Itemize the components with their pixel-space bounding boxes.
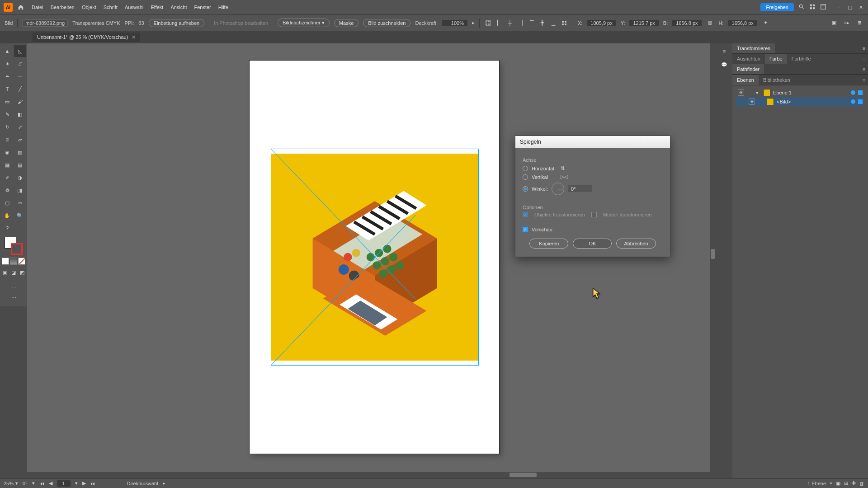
delete-layer-icon[interactable]: 🗑: [859, 481, 864, 486]
maximize-icon[interactable]: ▢: [846, 4, 854, 11]
layer-row[interactable]: 👁 <Bild>: [736, 97, 864, 106]
eyedropper-tool[interactable]: ✐: [1, 172, 13, 183]
vertical-scrollbar[interactable]: [710, 43, 716, 472]
rotation-dropdown-icon[interactable]: ▾: [32, 480, 35, 486]
copy-button[interactable]: Kopieren: [529, 239, 568, 249]
curvature-tool[interactable]: 〰: [14, 70, 26, 82]
align-top-icon[interactable]: ▔: [528, 19, 536, 27]
image-trace-button[interactable]: Bildnachzeichner ▾: [278, 19, 330, 27]
canvas-area[interactable]: [27, 43, 716, 478]
rotate-tool[interactable]: ↻: [1, 121, 13, 133]
cancel-button[interactable]: Abbrechen: [616, 239, 656, 249]
shaper-tool[interactable]: ✎: [1, 108, 13, 120]
constrain-icon[interactable]: ✦: [762, 19, 770, 27]
layer-row[interactable]: 👁 ▾ Ebene 1: [736, 88, 864, 97]
menu-help[interactable]: Hilfe: [218, 5, 228, 10]
panel-menu-icon-3[interactable]: ≡: [860, 66, 868, 72]
zoom-dropdown-icon[interactable]: ▾: [15, 480, 18, 486]
search-icon[interactable]: [798, 4, 805, 11]
menu-view[interactable]: Ansicht: [170, 5, 187, 10]
status-flyout-icon[interactable]: ▸: [163, 480, 165, 486]
perspective-tool[interactable]: ▨: [14, 146, 26, 158]
menu-object[interactable]: Objekt: [82, 5, 96, 10]
opacity-value[interactable]: 100%: [442, 20, 467, 26]
preview-checkbox[interactable]: [523, 227, 528, 232]
symbol-sprayer-tool[interactable]: ❁: [1, 184, 13, 196]
paintbrush-tool[interactable]: 🖌: [14, 96, 26, 108]
free-transform-tool[interactable]: ▱: [14, 134, 26, 145]
target-icon[interactable]: [851, 99, 855, 104]
refpoint-icon[interactable]: [484, 19, 492, 27]
arrange-docs-icon[interactable]: [809, 4, 816, 11]
magic-wand-tool[interactable]: ✶: [1, 58, 13, 70]
properties-panel-icon[interactable]: ≡: [719, 46, 729, 56]
axis-horizontal-radio[interactable]: [523, 166, 528, 171]
stroke-swatch[interactable]: [11, 243, 23, 255]
eraser-tool[interactable]: ◧: [14, 108, 26, 120]
x-value[interactable]: 1005,9 px: [587, 20, 616, 26]
mesh-tool[interactable]: ▦: [1, 159, 13, 171]
share-button[interactable]: Freigeben: [760, 3, 794, 11]
mask-button[interactable]: Maske: [334, 19, 359, 27]
artboard-prev-icon[interactable]: ◀: [49, 480, 52, 486]
graph-tool[interactable]: ▯▮: [14, 184, 26, 196]
workspace-icon[interactable]: [820, 4, 826, 11]
help-tool[interactable]: ?: [1, 222, 13, 234]
angle-dial[interactable]: [552, 183, 564, 195]
close-window-icon[interactable]: ✕: [857, 4, 864, 11]
pen-tool[interactable]: ✒: [1, 70, 13, 82]
layer-name[interactable]: <Bild>: [777, 99, 848, 104]
menu-file[interactable]: Datei: [32, 5, 43, 10]
home-icon[interactable]: [16, 3, 25, 12]
artboard-last-icon[interactable]: ⏭: [90, 481, 95, 486]
unembed-button[interactable]: Einbettung aufheben: [149, 19, 205, 27]
tab-color[interactable]: Farbe: [765, 54, 787, 64]
artboard-first-icon[interactable]: ⏮: [39, 481, 44, 486]
drawmode-behind-icon[interactable]: ◪: [10, 267, 18, 278]
ok-button[interactable]: OK: [573, 239, 612, 249]
gpu-icon[interactable]: ▣: [830, 19, 838, 27]
horizontal-scrollbar[interactable]: [27, 472, 716, 478]
align-left-icon[interactable]: ▏: [495, 19, 503, 27]
locate-object-icon[interactable]: ⌖: [830, 480, 832, 486]
tab-align[interactable]: Ausrichten: [732, 54, 765, 64]
layer-twisty-icon[interactable]: ▾: [756, 90, 760, 96]
none-mode-icon[interactable]: [18, 258, 25, 265]
w-value[interactable]: 1656,8 px: [672, 20, 701, 26]
hand-tool[interactable]: ✋: [1, 210, 13, 221]
tab-pathfinder[interactable]: Pathfinder: [732, 64, 764, 74]
prefs-icon[interactable]: ≣: [855, 19, 863, 27]
color-mode-icon[interactable]: [2, 258, 9, 265]
minimize-icon[interactable]: –: [835, 4, 843, 11]
zoom-value[interactable]: 25%: [4, 481, 14, 486]
menu-type[interactable]: Schrift: [104, 5, 118, 10]
align-hcenter-icon[interactable]: ┼: [506, 19, 514, 27]
artboard-dropdown-icon[interactable]: ▾: [75, 480, 78, 486]
axis-vertical-radio[interactable]: [523, 174, 528, 180]
artboard-tool[interactable]: ▢: [1, 197, 13, 209]
link-wh-icon[interactable]: ⛓: [706, 19, 714, 27]
layer-name[interactable]: Ebene 1: [773, 90, 848, 95]
blend-tool[interactable]: ◑: [14, 172, 26, 183]
lasso-tool[interactable]: 𝓢: [14, 58, 26, 70]
crop-image-button[interactable]: Bild zuschneiden: [363, 19, 410, 27]
line-tool[interactable]: ╱: [14, 83, 26, 95]
artboard-next-icon[interactable]: ▶: [82, 480, 86, 486]
menu-effect[interactable]: Effekt: [151, 5, 163, 10]
direct-selection-tool[interactable]: ◺: [14, 45, 26, 57]
fill-stroke-swatches[interactable]: [5, 237, 23, 255]
zoom-tool[interactable]: 🔍: [14, 210, 26, 221]
tab-guides[interactable]: Farbhilfe: [787, 54, 816, 64]
panel-menu-icon-4[interactable]: ≡: [860, 77, 868, 83]
placed-image[interactable]: [271, 149, 478, 365]
edit-toolbar-icon[interactable]: ⋯: [8, 292, 19, 304]
visibility-toggle-icon[interactable]: 👁: [738, 89, 744, 96]
close-tab-icon[interactable]: ✕: [132, 34, 136, 40]
selection-tool[interactable]: ▲: [1, 45, 13, 57]
tab-layers[interactable]: Ebenen: [732, 75, 759, 85]
panel-menu-icon[interactable]: ≡: [860, 46, 868, 51]
document-tab[interactable]: Unbenannt-1* @ 25 % (CMYK/Vorschau) ✕: [33, 33, 140, 42]
drawmode-inside-icon[interactable]: ◩: [18, 267, 26, 278]
visibility-toggle-icon[interactable]: 👁: [749, 99, 755, 105]
drawmode-normal-icon[interactable]: ▣: [1, 267, 9, 278]
